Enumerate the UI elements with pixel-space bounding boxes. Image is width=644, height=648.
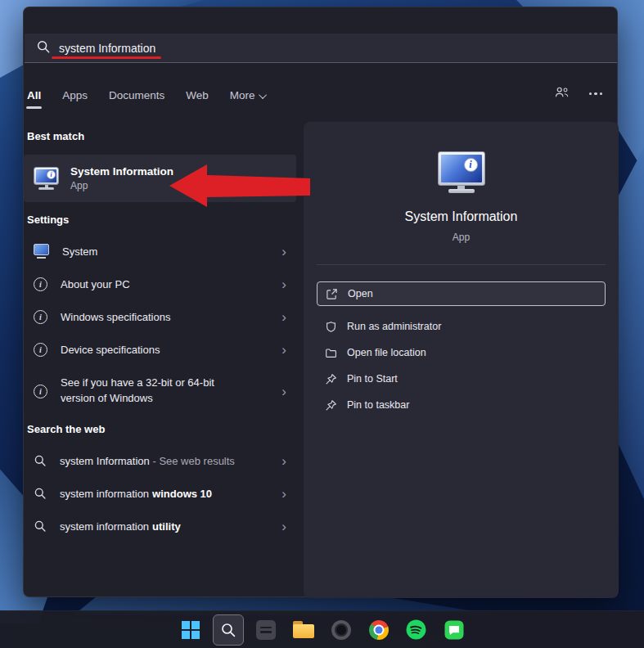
settings-item-label: System <box>62 245 97 258</box>
pin-icon <box>325 399 337 412</box>
search-input[interactable] <box>59 42 606 55</box>
more-options-icon[interactable] <box>588 89 605 99</box>
pin-icon <box>325 373 337 385</box>
search-icon <box>220 622 236 638</box>
preview-app-name: System Information <box>405 209 518 224</box>
app-window-icon <box>256 620 276 640</box>
open-icon <box>326 288 338 300</box>
chrome-button[interactable] <box>363 614 394 646</box>
web-suggestion-windows-10[interactable]: system informationwindows 10 › <box>24 477 296 510</box>
action-open-file-location[interactable]: Open file location <box>317 340 606 365</box>
chrome-icon <box>369 620 389 640</box>
folder-icon <box>293 621 314 638</box>
system-information-icon: i <box>34 167 59 190</box>
search-icon <box>34 487 47 500</box>
taskbar <box>0 610 644 648</box>
action-open[interactable]: Open <box>317 281 606 306</box>
accounts-icon[interactable] <box>554 86 570 101</box>
preview-actions: Open Run as administrator Open file loca… <box>317 265 606 417</box>
preview-pane: i System Information App Open Run as adm… <box>304 122 619 598</box>
completion-text: utility <box>152 520 181 533</box>
search-header-icons <box>554 86 605 101</box>
folder-icon <box>325 347 337 359</box>
windows-logo-icon <box>182 621 200 639</box>
best-match-header: Best match <box>27 130 84 142</box>
info-badge: i <box>47 170 56 179</box>
web-suggestion-text: system Information - See web results <box>60 455 235 467</box>
settings-item-device-specifications[interactable]: i Device specifications › <box>24 333 296 366</box>
tab-web[interactable]: Web <box>185 88 209 103</box>
action-label: Run as administrator <box>347 321 441 332</box>
taskbar-dark-app-button[interactable] <box>250 614 281 646</box>
info-icon: i <box>34 310 47 324</box>
system-information-icon-large: i <box>438 151 485 193</box>
chevron-down-icon <box>259 91 267 99</box>
lens-icon <box>331 620 351 640</box>
web-suggestion-see-results[interactable]: system Information - See web results › <box>24 444 296 477</box>
search-icon <box>36 39 51 57</box>
tab-apps[interactable]: Apps <box>61 88 88 103</box>
chevron-right-icon: › <box>281 245 286 259</box>
tab-more-label: More <box>230 89 255 101</box>
info-badge: i <box>464 158 478 172</box>
web-suggestion-text: system informationutility <box>60 520 181 533</box>
info-icon: i <box>34 343 47 357</box>
chevron-right-icon: › <box>281 385 286 398</box>
settings-item-about-your-pc[interactable]: i About your PC › <box>24 268 296 300</box>
tab-all[interactable]: All <box>26 88 42 103</box>
spotify-icon <box>406 619 426 640</box>
chevron-right-icon: › <box>281 454 286 468</box>
web-suggestion-utility[interactable]: system informationutility › <box>24 510 296 542</box>
settings-item-label: About your PC <box>61 278 130 290</box>
action-label: Open <box>348 288 373 299</box>
messaging-button[interactable] <box>439 614 470 646</box>
query-text: system Information <box>60 455 150 467</box>
chevron-right-icon: › <box>281 520 286 533</box>
action-label: Open file location <box>347 347 426 358</box>
info-icon: i <box>34 385 47 398</box>
annotation-underline-rect <box>52 56 161 59</box>
settings-item-windows-specifications[interactable]: i Windows specifications › <box>24 300 296 333</box>
best-match-text: System Information App <box>70 165 173 191</box>
taskbar-lens-app-button[interactable] <box>326 614 357 646</box>
shield-icon <box>325 321 337 333</box>
action-label: Pin to Start <box>347 373 398 385</box>
filter-tabs: All Apps Documents Web More <box>26 83 268 107</box>
taskbar-search-button[interactable] <box>213 614 244 646</box>
action-run-as-administrator[interactable]: Run as administrator <box>317 314 606 339</box>
start-button[interactable] <box>175 614 206 646</box>
chevron-right-icon: › <box>281 310 286 324</box>
best-match-item[interactable]: i System Information App <box>24 155 296 202</box>
search-icon <box>34 454 47 467</box>
web-suggestion-text: system informationwindows 10 <box>60 488 212 500</box>
suffix-text: - See web results <box>150 455 235 467</box>
settings-item-32-or-64-bit[interactable]: i See if you have a 32-bit or 64-bit ver… <box>24 366 296 416</box>
query-text: system information <box>60 520 149 533</box>
settings-item-label: Windows specifications <box>61 311 170 323</box>
search-the-web-header: Search the web <box>27 423 105 435</box>
chevron-right-icon: › <box>281 343 286 357</box>
info-icon: i <box>34 277 47 291</box>
settings-header: Settings <box>27 214 69 226</box>
settings-item-system[interactable]: System › <box>24 235 296 268</box>
completion-text: windows 10 <box>152 488 212 500</box>
chat-bubble-icon <box>444 620 464 640</box>
settings-item-label: Device specifications <box>61 344 160 356</box>
best-match-subtitle: App <box>70 180 173 191</box>
search-icon <box>34 520 47 533</box>
desktop: All Apps Documents Web More Best match i… <box>0 0 644 648</box>
tab-documents[interactable]: Documents <box>108 88 165 103</box>
search-flyout: All Apps Documents Web More Best match i… <box>23 7 618 597</box>
settings-item-label: See if you have a 32-bit or 64-bit versi… <box>61 376 234 407</box>
spotify-button[interactable] <box>401 614 432 646</box>
tab-more[interactable]: More <box>229 88 268 103</box>
system-monitor-icon <box>34 244 49 259</box>
best-match-title: System Information <box>70 165 173 178</box>
action-label: Pin to taskbar <box>347 399 409 411</box>
file-explorer-button[interactable] <box>288 614 319 646</box>
action-pin-to-taskbar[interactable]: Pin to taskbar <box>317 393 606 417</box>
chevron-right-icon: › <box>281 487 286 501</box>
annotation-underline <box>52 56 161 59</box>
chevron-right-icon: › <box>281 277 286 291</box>
action-pin-to-start[interactable]: Pin to Start <box>317 367 606 391</box>
